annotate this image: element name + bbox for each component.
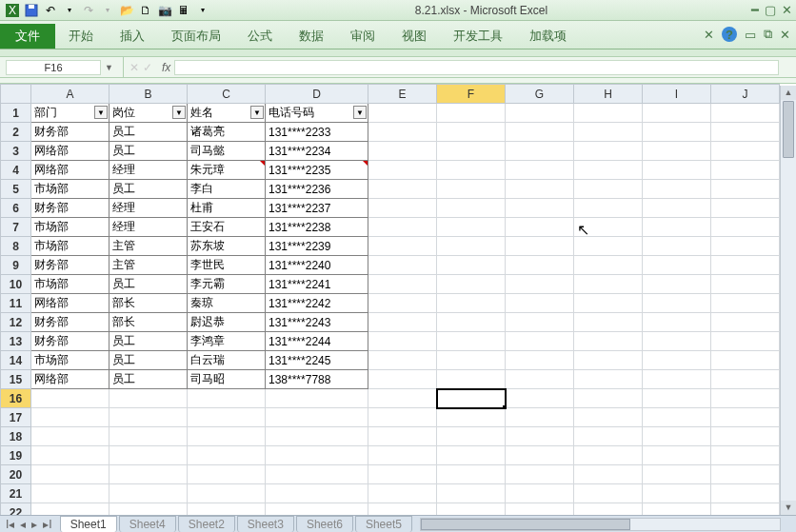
cell[interactable]	[506, 370, 574, 389]
cell[interactable]	[266, 389, 368, 408]
sheet-tab[interactable]: Sheet4	[119, 516, 176, 532]
cell[interactable]	[368, 389, 437, 408]
ribbon-opt-icon[interactable]: ▭	[745, 28, 756, 42]
cell[interactable]: 李鸿章	[188, 332, 266, 351]
cell[interactable]	[574, 370, 643, 389]
ribbon-min-icon[interactable]: ✕	[704, 28, 714, 42]
cell[interactable]: 诸葛亮	[188, 123, 266, 142]
cell[interactable]	[437, 142, 506, 161]
cell[interactable]	[437, 313, 506, 332]
cell[interactable]	[109, 446, 188, 465]
cell[interactable]	[643, 294, 711, 313]
excel-icon[interactable]: X	[4, 2, 21, 19]
row-header[interactable]: 20	[1, 465, 31, 484]
cell[interactable]	[711, 313, 780, 332]
tab-last-icon[interactable]: ▸I	[41, 518, 53, 531]
cell[interactable]	[506, 446, 574, 465]
column-header[interactable]: E	[368, 85, 437, 104]
cell[interactable]: 主管	[109, 237, 188, 256]
cell[interactable]	[711, 294, 780, 313]
cell[interactable]	[643, 123, 711, 142]
calc-icon[interactable]: 🖩	[175, 2, 192, 19]
cell[interactable]	[437, 389, 506, 408]
cell[interactable]	[368, 427, 437, 446]
cell[interactable]	[711, 484, 780, 503]
cell[interactable]	[643, 332, 711, 351]
cell[interactable]: 主管	[109, 256, 188, 275]
cell[interactable]	[437, 104, 506, 123]
cell[interactable]	[643, 180, 711, 199]
fx-label[interactable]: fx	[158, 61, 174, 74]
open-icon[interactable]: 📂	[118, 2, 135, 19]
cell[interactable]	[711, 446, 780, 465]
cell[interactable]	[574, 332, 643, 351]
row-header[interactable]: 16	[1, 389, 31, 408]
cell[interactable]	[437, 465, 506, 484]
cell[interactable]: 部长	[109, 294, 188, 313]
cell[interactable]	[643, 275, 711, 294]
cell[interactable]	[711, 123, 780, 142]
cell[interactable]	[368, 142, 437, 161]
cell[interactable]	[711, 332, 780, 351]
cell[interactable]: 姓名▼	[188, 104, 266, 123]
dropdown-icon[interactable]: ▾	[61, 2, 78, 19]
enter-fx-icon[interactable]: ✓	[143, 61, 152, 74]
cell[interactable]: 131****2236	[266, 180, 368, 199]
cell[interactable]: 市场部	[31, 275, 109, 294]
cell[interactable]	[506, 142, 574, 161]
sheet-tab[interactable]: Sheet1	[60, 516, 117, 532]
cell[interactable]	[109, 484, 188, 503]
ribbon-tab[interactable]: 加载项	[516, 24, 580, 49]
cell[interactable]	[643, 427, 711, 446]
cell[interactable]	[506, 332, 574, 351]
cell[interactable]	[437, 256, 506, 275]
cell[interactable]	[437, 237, 506, 256]
sheet-tab[interactable]: Sheet3	[237, 516, 294, 532]
cell[interactable]: 131****2241	[266, 275, 368, 294]
file-tab[interactable]: 文件	[0, 24, 55, 49]
cell[interactable]	[368, 237, 437, 256]
cell[interactable]	[266, 484, 368, 503]
cell[interactable]	[188, 446, 266, 465]
cell[interactable]	[188, 389, 266, 408]
cell[interactable]	[506, 123, 574, 142]
cell[interactable]	[109, 389, 188, 408]
row-header[interactable]: 3	[1, 142, 31, 161]
cell[interactable]: 朱元璋	[188, 161, 266, 180]
cell[interactable]: 131****2233	[266, 123, 368, 142]
cell[interactable]	[574, 142, 643, 161]
cell[interactable]	[574, 123, 643, 142]
row-header[interactable]: 7	[1, 218, 31, 237]
cell[interactable]	[643, 313, 711, 332]
cell[interactable]: 司马昭	[188, 370, 266, 389]
maximize-icon[interactable]: ▢	[765, 3, 776, 17]
ribbon-tab[interactable]: 数据	[286, 24, 337, 49]
cell[interactable]	[31, 408, 109, 427]
cell[interactable]	[368, 218, 437, 237]
cell[interactable]	[574, 465, 643, 484]
cell[interactable]: 131****2238	[266, 218, 368, 237]
cell[interactable]	[368, 313, 437, 332]
cell[interactable]: 员工	[109, 370, 188, 389]
cell[interactable]: 138****7788	[266, 370, 368, 389]
cell[interactable]	[437, 427, 506, 446]
cell[interactable]	[437, 199, 506, 218]
cell[interactable]: 市场部	[31, 218, 109, 237]
column-header[interactable]: I	[643, 85, 711, 104]
row-header[interactable]: 2	[1, 123, 31, 142]
cell[interactable]	[711, 237, 780, 256]
row-header[interactable]: 17	[1, 408, 31, 427]
cell[interactable]	[437, 332, 506, 351]
new-icon[interactable]: 🗋	[137, 2, 154, 19]
cell[interactable]	[643, 446, 711, 465]
cell[interactable]	[506, 465, 574, 484]
column-header[interactable]: A	[31, 85, 109, 104]
cell[interactable]	[109, 427, 188, 446]
row-header[interactable]: 1	[1, 104, 31, 123]
cell[interactable]	[368, 484, 437, 503]
cell[interactable]	[643, 408, 711, 427]
cell[interactable]: 员工	[109, 332, 188, 351]
cell[interactable]	[506, 256, 574, 275]
cell[interactable]	[711, 104, 780, 123]
cell[interactable]	[266, 446, 368, 465]
